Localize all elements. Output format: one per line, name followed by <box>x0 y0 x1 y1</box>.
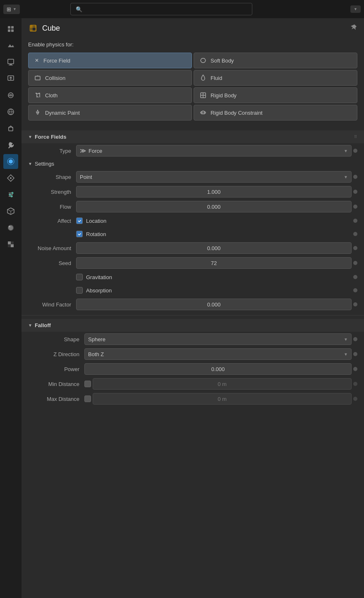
seed-dot[interactable] <box>353 261 357 265</box>
force-field-label: Force Field <box>43 58 70 64</box>
noise-amount-control: 0.000 <box>76 242 352 254</box>
noise-amount-field[interactable]: 0.000 <box>76 242 352 254</box>
svg-rect-23 <box>11 244 14 247</box>
wind-factor-field[interactable]: 0.000 <box>76 299 352 310</box>
physics-btn-dynamic-paint[interactable]: Dynamic Paint <box>28 105 192 121</box>
menu-dropdown[interactable]: ▼ <box>350 5 361 13</box>
sidebar-item-tool-settings[interactable] <box>3 22 18 36</box>
shape-dropdown[interactable]: Point ▼ <box>76 171 352 183</box>
physics-btn-soft-body[interactable]: Soft Body <box>194 53 357 68</box>
type-dropdown[interactable]: ≫ Force ▼ <box>76 145 352 157</box>
z-direction-dropdown[interactable]: Both Z ▼ <box>84 348 352 360</box>
location-label: Location <box>86 218 106 224</box>
sidebar-item-world[interactable] <box>3 104 18 119</box>
shape-row: Shape Point ▼ <box>22 169 364 184</box>
absorption-checkbox[interactable] <box>76 287 83 294</box>
physics-btn-rigid-body-constraint[interactable]: Rigid Body Constraint <box>194 105 357 121</box>
falloff-shape-label: Shape <box>25 336 83 342</box>
affect-rotation-control: Rotation <box>76 231 352 237</box>
sidebar-item-checker[interactable] <box>3 237 18 252</box>
z-direction-dot[interactable] <box>353 352 357 356</box>
power-dot[interactable] <box>353 367 357 371</box>
min-distance-control: 0 m <box>84 378 352 390</box>
falloff-header[interactable]: ▼ Falloff <box>22 319 364 332</box>
min-distance-dot[interactable] <box>353 382 357 386</box>
location-checkbox[interactable] <box>76 217 83 224</box>
max-distance-dot[interactable] <box>353 397 357 401</box>
sidebar-item-particles[interactable] <box>3 154 18 169</box>
sidebar-item-data[interactable] <box>3 204 18 219</box>
svg-rect-22 <box>8 244 11 247</box>
affect-location-dot[interactable] <box>353 219 357 223</box>
object-icon <box>7 124 15 133</box>
gravitation-checkbox[interactable] <box>76 274 83 280</box>
flow-dot[interactable] <box>353 205 357 209</box>
svg-rect-4 <box>8 59 14 64</box>
shape-dot[interactable] <box>353 175 357 179</box>
sidebar-item-view-layer[interactable] <box>3 88 18 103</box>
sidebar-item-material[interactable] <box>3 220 18 235</box>
svg-rect-24 <box>30 25 36 31</box>
flow-field[interactable]: 0.000 <box>76 201 352 212</box>
z-direction-label: Z Direction <box>25 351 83 357</box>
force-fields-header[interactable]: ▼ Force Fields ⠿ <box>22 130 364 143</box>
falloff-section: ▼ Falloff Shape Sphere ▼ Z Direction <box>22 319 364 406</box>
flow-row: Flow 0.000 <box>22 199 364 214</box>
strength-dot[interactable] <box>353 190 357 194</box>
strength-row: Strength 1.000 <box>22 184 364 199</box>
physics-btn-fluid[interactable]: Fluid <box>194 70 357 86</box>
wind-factor-dot[interactable] <box>353 302 357 306</box>
sidebar-item-render[interactable] <box>3 55 18 70</box>
pin-icon[interactable] <box>350 24 357 33</box>
sidebar-item-output[interactable] <box>3 71 18 86</box>
falloff-shape-dot[interactable] <box>353 337 357 341</box>
enable-physics-label: Enable physics for: <box>22 38 364 53</box>
modifier-icon <box>7 141 15 149</box>
strength-label: Strength <box>25 189 74 195</box>
physics-btn-cloth[interactable]: Cloth <box>28 87 192 103</box>
force-fields-triangle: ▼ <box>28 135 32 139</box>
rotation-checkbox[interactable] <box>76 231 83 237</box>
strength-field[interactable]: 1.000 <box>76 186 352 198</box>
flow-control: 0.000 <box>76 201 352 212</box>
svg-point-19 <box>9 226 10 227</box>
physics-btn-force-field[interactable]: ✕ Force Field <box>28 53 192 68</box>
seed-control: 72 <box>76 257 352 269</box>
seed-label: Seed <box>25 260 74 266</box>
max-distance-toggle[interactable] <box>84 395 91 402</box>
gravitation-dot[interactable] <box>353 275 357 279</box>
falloff-shape-dropdown[interactable]: Sphere ▼ <box>84 333 352 345</box>
sidebar-item-object[interactable] <box>3 121 18 136</box>
noise-amount-dot[interactable] <box>353 246 357 250</box>
z-direction-value: Both Z <box>88 351 341 357</box>
shape-value: Point <box>80 174 341 180</box>
min-distance-toggle[interactable] <box>84 381 91 387</box>
power-field[interactable]: 0.000 <box>84 363 352 375</box>
workspace-arrow: ▼ <box>13 7 17 11</box>
seed-field[interactable]: 72 <box>76 257 352 269</box>
dynamic-paint-icon <box>34 109 42 117</box>
settings-subsection-header[interactable]: ▼ Settings <box>22 158 364 169</box>
svg-rect-25 <box>35 76 40 80</box>
affect-label: Affect <box>25 218 74 224</box>
absorption-dot[interactable] <box>353 288 357 292</box>
sidebar-item-physics[interactable] <box>3 171 18 186</box>
min-distance-label: Min Distance <box>25 381 83 387</box>
sidebar-item-constraints[interactable] <box>3 187 18 202</box>
svg-rect-0 <box>8 26 10 29</box>
svg-point-16 <box>9 194 11 196</box>
workspace-switcher[interactable]: ⊞ ▼ <box>3 5 20 14</box>
max-distance-label: Max Distance <box>25 396 83 402</box>
sidebar-item-scene[interactable] <box>3 38 18 53</box>
view-layer-icon <box>7 91 15 99</box>
sidebar-item-modifier[interactable] <box>3 137 18 152</box>
type-dot[interactable] <box>353 149 357 153</box>
physics-btn-rigid-body[interactable]: Rigid Body <box>194 87 357 103</box>
svg-rect-3 <box>11 29 14 32</box>
physics-btn-collision[interactable]: Collision <box>28 70 192 86</box>
search-bar[interactable]: 🔍 <box>70 3 252 15</box>
affect-rotation-dot[interactable] <box>353 232 357 236</box>
constraints-icon <box>7 190 15 199</box>
svg-point-15 <box>12 192 14 194</box>
wind-factor-control: 0.000 <box>76 299 352 310</box>
